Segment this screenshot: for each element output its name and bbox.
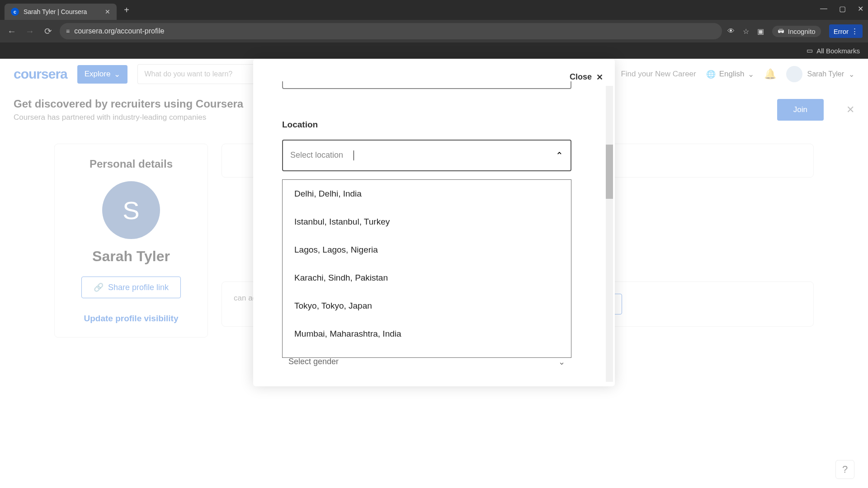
location-option[interactable]: Mumbai, Maharashtra, India [283, 320, 571, 348]
new-tab-button[interactable]: + [124, 5, 129, 15]
browser-tab[interactable]: c Sarah Tyler | Coursera ✕ [5, 4, 117, 20]
reload-button[interactable]: ⟳ [42, 26, 54, 37]
location-option[interactable]: Delhi, Delhi, India [283, 180, 571, 208]
star-icon[interactable]: ☆ [743, 27, 749, 36]
location-label: Location [282, 120, 606, 130]
location-placeholder: Select location [290, 150, 343, 160]
name-input[interactable]: Sarah Tyler [282, 81, 571, 89]
all-bookmarks-link[interactable]: All Bookmarks [816, 47, 860, 55]
forward-button: → [24, 26, 36, 37]
error-button[interactable]: Error ⋮ [829, 24, 863, 38]
incognito-badge[interactable]: 🕶 Incognito [772, 26, 821, 37]
incognito-icon: 🕶 [778, 28, 784, 35]
back-button[interactable]: ← [5, 26, 18, 37]
chevron-down-icon: ⌄ [558, 357, 565, 367]
chevron-up-icon: ⌃ [556, 150, 563, 161]
close-icon: ✕ [596, 72, 603, 82]
bookmarks-folder-icon: ▭ [807, 47, 813, 55]
edit-profile-modal: Close ✕ Sarah Tyler Location Select loca… [253, 59, 615, 386]
site-settings-icon[interactable]: ≡ [66, 28, 70, 35]
gender-select[interactable]: Select gender ⌄ [282, 352, 571, 371]
tab-title: Sarah Tyler | Coursera [24, 8, 87, 15]
minimize-icon[interactable]: — [820, 5, 827, 13]
modal-scrollbar-thumb[interactable] [606, 145, 613, 199]
eye-off-icon[interactable]: 👁 [727, 27, 735, 35]
menu-dots-icon: ⋮ [851, 27, 858, 35]
location-option[interactable]: Lagos, Lagos, Nigeria [283, 236, 571, 264]
coursera-favicon: c [11, 8, 19, 16]
location-option[interactable]: Tokyo, Tokyo, Japan [283, 292, 571, 320]
modal-close-button[interactable]: Close ✕ [570, 72, 603, 82]
address-bar[interactable]: ≡ coursera.org/account-profile [60, 23, 722, 39]
close-window-icon[interactable]: ✕ [858, 5, 863, 13]
maximize-icon[interactable]: ▢ [839, 5, 846, 13]
location-select[interactable]: Select location ⌃ [282, 140, 571, 171]
location-option[interactable]: Karachi, Sindh, Pakistan [283, 264, 571, 292]
url-text: coursera.org/account-profile [74, 27, 716, 35]
location-dropdown: Delhi, Delhi, India Istanbul, Istanbul, … [282, 179, 571, 358]
close-tab-icon[interactable]: ✕ [105, 8, 110, 15]
text-cursor [354, 150, 354, 160]
modal-scrollbar-track [606, 86, 613, 382]
location-option[interactable]: Istanbul, Istanbul, Turkey [283, 208, 571, 236]
panel-icon[interactable]: ▣ [757, 27, 764, 36]
